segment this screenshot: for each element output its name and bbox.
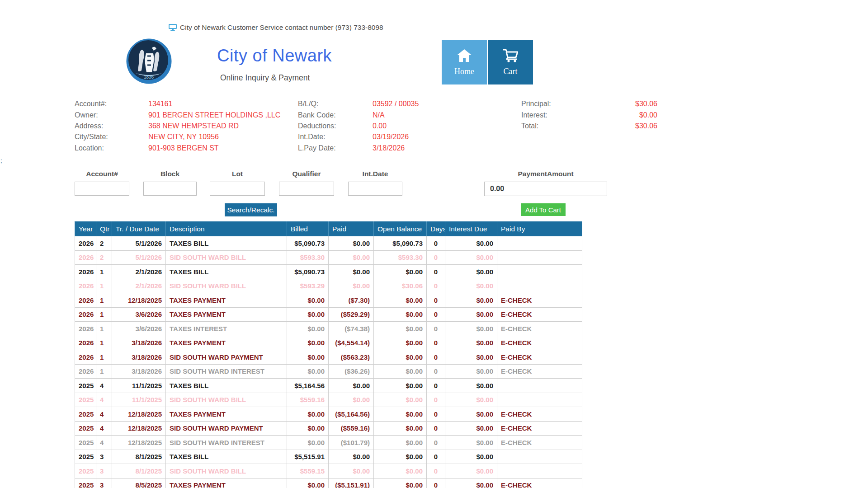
table-cell: TAXES PAYMENT (166, 293, 287, 308)
table-cell: 3/6/2026 (112, 322, 166, 336)
intdate-input[interactable] (348, 182, 402, 196)
account-info-label: Int.Date: (298, 133, 373, 141)
account-info-label: Location: (75, 144, 148, 152)
table-cell: $0.00 (374, 322, 427, 336)
add-to-cart-button[interactable]: Add To Cart (521, 203, 566, 216)
table-cell: $5,164.56 (287, 379, 329, 393)
page-subtitle: Online Inquiry & Payment (220, 73, 310, 83)
table-cell: $0.00 (329, 279, 374, 293)
account-info-label: Total: (521, 122, 635, 130)
transactions-table: YearQtrTr. / Due DateDescriptionBilledPa… (75, 221, 582, 488)
table-cell: 2/1/2026 (112, 279, 166, 293)
table-cell: SID SOUTH WARD INTEREST (166, 364, 287, 379)
table-cell: 1 (96, 364, 112, 379)
table-cell: $0.00 (374, 436, 427, 450)
table-cell: $0.00 (329, 265, 374, 279)
account-info-row: Total:$30.06 (521, 121, 657, 131)
lot-input[interactable] (210, 182, 265, 196)
table-cell: TAXES PAYMENT (166, 307, 287, 322)
table-cell: $0.00 (445, 265, 497, 279)
table-cell (497, 236, 582, 251)
home-button[interactable]: Home (442, 40, 487, 84)
table-cell: 2025 (75, 450, 96, 464)
table-cell: $5,515.91 (287, 450, 329, 464)
table-cell: 0 (427, 336, 445, 350)
table-cell: $0.00 (374, 407, 427, 422)
table-cell: 2025 (75, 393, 96, 407)
table-cell: 0 (427, 464, 445, 479)
table-cell: $0.00 (374, 336, 427, 350)
table-cell: 0 (427, 236, 445, 251)
table-cell: 0 (427, 265, 445, 279)
table-cell: 2/1/2026 (112, 265, 166, 279)
table-cell: E-CHECK (497, 421, 582, 436)
table-cell: $0.00 (374, 364, 427, 379)
account-info-label: L.Pay Date: (298, 144, 373, 152)
table-cell: E-CHECK (497, 350, 582, 365)
table-cell: $5,090.73 (374, 236, 427, 251)
account-info-label: Bank Code: (298, 111, 373, 119)
table-row: 202613/18/2026SID SOUTH WARD INTEREST$0.… (75, 364, 582, 379)
table-cell: $0.00 (329, 393, 374, 407)
table-cell: 2025 (75, 436, 96, 450)
table-row: 202625/1/2026SID SOUTH WARD BILL$593.30$… (75, 250, 582, 265)
search-recalc-button[interactable]: Search/Recalc. (225, 203, 277, 216)
column-header-description: Description (166, 222, 287, 236)
table-cell: $0.00 (374, 478, 427, 488)
table-cell: SID SOUTH WARD BILL (166, 393, 287, 407)
table-cell: 2026 (75, 265, 96, 279)
table-cell: $0.00 (445, 407, 497, 422)
table-cell: 8/1/2025 (112, 464, 166, 479)
table-cell: 1 (96, 350, 112, 365)
home-icon (457, 49, 472, 62)
table-cell: $0.00 (445, 421, 497, 436)
table-cell: 3/18/2026 (112, 364, 166, 379)
table-cell: 2025 (75, 379, 96, 393)
qualifier-input[interactable] (279, 182, 334, 196)
table-cell: SID SOUTH WARD BILL (166, 279, 287, 293)
table-cell: $0.00 (287, 336, 329, 350)
account-info-value: $0.00 (639, 111, 657, 119)
table-cell: 11/1/2025 (112, 393, 166, 407)
table-cell: 5/1/2026 (112, 250, 166, 265)
table-row: 202613/18/2026SID SOUTH WARD PAYMENT$0.0… (75, 350, 582, 365)
table-cell: $0.00 (445, 279, 497, 293)
block-input[interactable] (143, 182, 197, 196)
table-cell: SID SOUTH WARD PAYMENT (166, 350, 287, 365)
table-cell: 4 (96, 436, 112, 450)
table-cell: E-CHECK (497, 478, 582, 488)
column-header-year: Year (75, 222, 96, 236)
table-cell: $0.00 (374, 265, 427, 279)
table-cell: TAXES BILL (166, 236, 287, 251)
table-row: 202613/6/2026TAXES PAYMENT$0.00($529.29)… (75, 307, 582, 322)
table-cell: SID SOUTH WARD PAYMENT (166, 421, 287, 436)
table-cell: E-CHECK (497, 436, 582, 450)
table-cell: $0.00 (329, 379, 374, 393)
account-input[interactable] (75, 182, 129, 196)
column-header-paid: Paid (329, 222, 374, 236)
table-cell: $5,090.73 (287, 236, 329, 251)
table-cell (497, 250, 582, 265)
table-cell (497, 450, 582, 464)
table-cell: $0.00 (445, 464, 497, 479)
table-cell: $0.00 (287, 436, 329, 450)
table-row: 202613/6/2026TAXES INTEREST$0.00($74.38)… (75, 322, 582, 336)
account-info-value: $30.06 (635, 122, 657, 130)
table-cell: $559.15 (287, 464, 329, 479)
payment-amount-input[interactable] (484, 182, 607, 196)
table-cell: 0 (427, 478, 445, 488)
account-info-row: Location:901-903 BERGEN ST (75, 143, 292, 154)
table-cell: 2026 (75, 350, 96, 365)
table-cell: $0.00 (374, 379, 427, 393)
table-row: 202538/1/2025TAXES BILL$5,515.91$0.00$0.… (75, 450, 582, 464)
cart-icon (503, 49, 518, 62)
cart-button[interactable]: Cart (488, 40, 533, 84)
account-info-label: City/State: (75, 133, 148, 141)
table-cell: 0 (427, 407, 445, 422)
table-header-row: YearQtrTr. / Due DateDescriptionBilledPa… (75, 222, 582, 236)
table-cell: 2026 (75, 364, 96, 379)
table-cell: E-CHECK (497, 407, 582, 422)
table-cell: 2025 (75, 421, 96, 436)
table-row: 202538/5/2025TAXES PAYMENT$0.00($5,151.9… (75, 478, 582, 488)
table-cell: $0.00 (374, 393, 427, 407)
